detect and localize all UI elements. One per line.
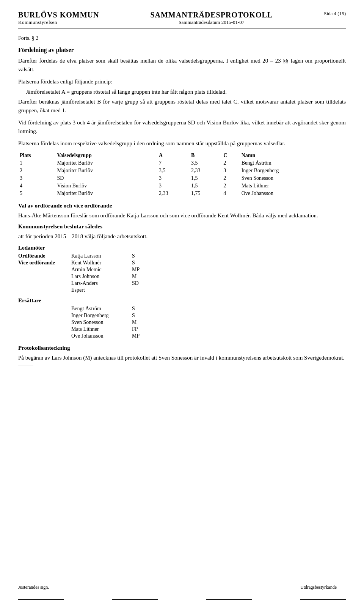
ersattare-role bbox=[18, 319, 71, 326]
protokoll-text: På begäran av Lars Johnson (M) antecknas… bbox=[18, 354, 346, 362]
paragraph-1: Därefter fördelas de elva platser som sk… bbox=[18, 57, 346, 74]
table-cell: 3 bbox=[222, 167, 240, 174]
role-party bbox=[132, 287, 155, 294]
footer-sign2 bbox=[112, 585, 158, 600]
header-left: BURLÖVS KOMMUN Kommunstyrelsen bbox=[18, 11, 99, 25]
sign-line-2 bbox=[112, 599, 158, 600]
role-name: Lars-Anders bbox=[71, 280, 132, 287]
forts: Forts. § 2 bbox=[18, 35, 346, 41]
footer: Justerandes sign. Utdragsbestyrkande bbox=[0, 582, 364, 602]
table-cell: Vision Burlöv bbox=[55, 182, 157, 190]
ersattare-role bbox=[18, 312, 71, 319]
col-plats: Plats bbox=[18, 152, 55, 159]
org-sub: Kommunstyrelsen bbox=[18, 19, 99, 25]
role-row: Vice ordförandeKent WollmérS bbox=[18, 259, 155, 266]
table-cell: Sven Sonesson bbox=[240, 174, 346, 182]
table-cell: 1,5 bbox=[190, 182, 222, 190]
val-text: Hans-Åke Mårtensson föreslår som ordföra… bbox=[18, 211, 346, 220]
ersattare-name: Sven Sonesson bbox=[71, 319, 132, 326]
role-name: Espert bbox=[71, 287, 132, 294]
table-cell: 1 bbox=[18, 159, 55, 167]
ersattare-row: Inger BorgenbergS bbox=[18, 312, 155, 319]
date-label: Sammanträdesdatum bbox=[179, 19, 220, 25]
table-row: 5Majoritet Burlöv2,331,754Ove Johansson bbox=[18, 190, 346, 197]
ersattare-role bbox=[18, 305, 71, 312]
sign3-label bbox=[206, 585, 252, 590]
table-row: 2Majoritet Burlöv3,52,333Inger Borgenber… bbox=[18, 167, 346, 174]
ersattare-name: Mats Lithner bbox=[71, 326, 132, 333]
ersattare-row: Bengt ÅströmS bbox=[18, 305, 155, 312]
col-a: A bbox=[157, 152, 190, 159]
role-label bbox=[18, 280, 71, 287]
role-label: Ordförande bbox=[18, 253, 71, 259]
paragraph-4: Därefter beräknas jämförelsetalet B för … bbox=[18, 97, 346, 115]
ersattare-party: S bbox=[132, 305, 155, 312]
table-cell: 3 bbox=[18, 174, 55, 182]
header-right: Sida 4 (15) bbox=[324, 11, 346, 17]
table-cell: 3,5 bbox=[190, 159, 222, 167]
page: BURLÖVS KOMMUN Kommunstyrelsen SAMMANTRÄ… bbox=[0, 0, 364, 602]
ledamoter-heading: Ledamöter bbox=[18, 245, 346, 251]
ledamoter-section: Ledamöter OrdförandeKatja LarssonSVice o… bbox=[18, 245, 346, 294]
table-cell: SD bbox=[55, 174, 157, 182]
table-cell: 3 bbox=[157, 174, 190, 182]
table-cell: 3 bbox=[157, 182, 190, 190]
table-cell: 7 bbox=[157, 159, 190, 167]
sign-line-4 bbox=[300, 599, 346, 600]
ersattare-row: Ove JohanssonMP bbox=[18, 333, 155, 340]
role-party: S bbox=[132, 253, 155, 259]
sign-line-1 bbox=[18, 599, 64, 600]
header-center: SAMMANTRÄDESPROTOKOLL Sammanträdesdatum … bbox=[150, 11, 273, 25]
col-valsedelsgrupp: Valsedelsgrupp bbox=[55, 152, 157, 159]
table-header-row: Plats Valsedelsgrupp A B C Namn bbox=[18, 152, 346, 159]
paragraph-2: Platserna fördelas enligt följande princ… bbox=[18, 77, 346, 86]
doc-date: Sammanträdesdatum 2015-01-07 bbox=[150, 19, 273, 25]
role-label bbox=[18, 266, 71, 273]
footer-sign3 bbox=[206, 585, 252, 600]
paragraph-6: Platserna fördelas inom respektive valse… bbox=[18, 139, 346, 148]
role-party: S bbox=[132, 259, 155, 266]
role-name: Kent Wollmér bbox=[71, 259, 132, 266]
section-heading: Fördelning av platser bbox=[18, 47, 346, 53]
table-cell: 2 bbox=[222, 174, 240, 182]
ersattare-name: Bengt Åström bbox=[71, 305, 132, 312]
col-namn: Namn bbox=[240, 152, 346, 159]
sign2-label bbox=[112, 585, 158, 590]
table-row: 3SD31,52Sven Sonesson bbox=[18, 174, 346, 182]
protokoll-heading: Protokollsanteckning bbox=[18, 345, 346, 351]
table-cell: Mats Lithner bbox=[240, 182, 346, 190]
roles-table: OrdförandeKatja LarssonSVice ordförandeK… bbox=[18, 253, 155, 294]
ersattare-role bbox=[18, 326, 71, 333]
role-party: MP bbox=[132, 266, 155, 273]
ersattare-party: FP bbox=[132, 326, 155, 333]
table-cell: Bengt Åström bbox=[240, 159, 346, 167]
role-party: SD bbox=[132, 280, 155, 287]
ersattare-section: Ersättare Bengt ÅströmSInger BorgenbergS… bbox=[18, 297, 346, 340]
table-cell: 2 bbox=[222, 159, 240, 167]
beslut-heading: Kommunstyrelsen beslutar således bbox=[18, 223, 346, 230]
utdrag-label: Utdragsbestyrkande bbox=[300, 585, 346, 590]
page-number: Sida 4 (15) bbox=[324, 11, 346, 16]
table-cell: 2,33 bbox=[157, 190, 190, 197]
role-name: Katja Larsson bbox=[71, 253, 132, 259]
ersattare-row: Sven SonessonM bbox=[18, 319, 155, 326]
ersattare-heading: Ersättare bbox=[18, 297, 346, 304]
role-party: M bbox=[132, 273, 155, 280]
role-row: Espert bbox=[18, 287, 155, 294]
table-cell: 4 bbox=[18, 182, 55, 190]
role-row: OrdförandeKatja LarssonS bbox=[18, 253, 155, 259]
role-row: Lars JohnsonM bbox=[18, 273, 155, 280]
role-label: Vice ordförande bbox=[18, 259, 71, 266]
val-heading: Val av ordförande och vice ordförande bbox=[18, 203, 346, 209]
justerandes-label: Justerandes sign. bbox=[18, 585, 64, 590]
role-row: Armin MemicMP bbox=[18, 266, 155, 273]
table-cell: 1,75 bbox=[190, 190, 222, 197]
table-cell: 2 bbox=[222, 182, 240, 190]
col-c: C bbox=[222, 152, 240, 159]
role-row: Lars-AndersSD bbox=[18, 280, 155, 287]
paragraph-3: Jämförelsetalet A = gruppens röstetal så… bbox=[26, 88, 346, 96]
beslut-text: att för perioden 2015 – 2018 välja följa… bbox=[18, 232, 346, 241]
org-name: BURLÖVS KOMMUN bbox=[18, 11, 99, 19]
table-cell: 2 bbox=[18, 167, 55, 174]
role-label bbox=[18, 287, 71, 294]
